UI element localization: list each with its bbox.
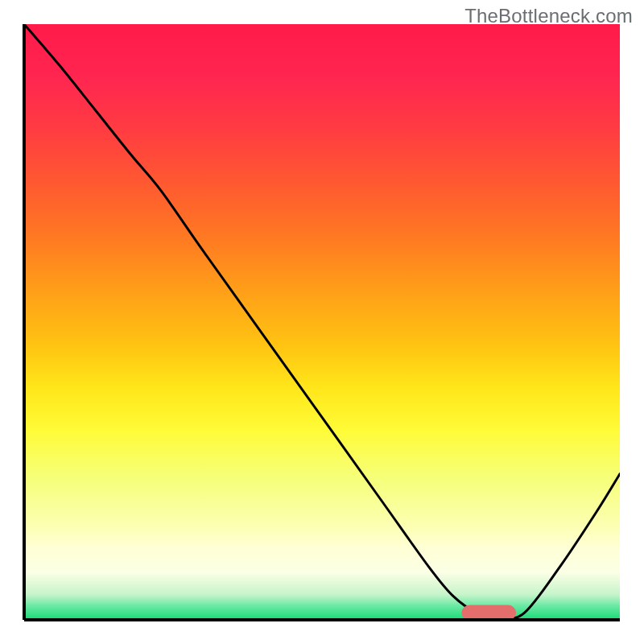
chart-container: TheBottleneck.com: [0, 0, 644, 644]
optimal-marker: [462, 605, 516, 620]
bottleneck-chart: [0, 0, 644, 644]
gradient-background: [24, 24, 620, 620]
watermark-text: TheBottleneck.com: [464, 5, 633, 27]
